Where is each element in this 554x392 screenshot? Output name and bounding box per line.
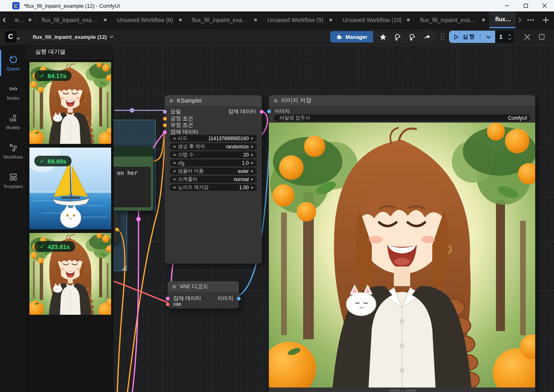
output-latent[interactable]: 잠재 데이터	[228, 108, 264, 115]
close-button[interactable]	[535, 0, 554, 11]
conditioning-slot-dot[interactable]	[163, 123, 167, 127]
unsaved-dot-icon[interactable]	[104, 18, 107, 21]
widget-filename-prefix[interactable]: 파일명 접두사 ComfyUI	[274, 114, 530, 121]
sidebar-item-templates[interactable]: Templates	[0, 166, 26, 195]
tab-flux-fill-inpaint-3[interactable]: flux_fill_inpaint_exam...	[414, 11, 489, 28]
unsaved-dot-icon[interactable]	[29, 18, 31, 21]
input-image[interactable]: 이미지	[267, 108, 290, 115]
vae-decode-node[interactable]: VAE 디코드 잠재 데이터 vae 이미지	[168, 281, 239, 309]
toolbar-drag-handle[interactable]	[441, 34, 445, 40]
tab-flux-fill-inpaint-2[interactable]: flux_fill_inpaint_exam...	[186, 11, 261, 28]
decrement-icon[interactable]: ◀	[173, 137, 175, 140]
decrement-icon[interactable]: ◀	[173, 161, 175, 165]
minimize-button[interactable]	[498, 0, 516, 11]
input-model[interactable]: 모델	[163, 108, 181, 115]
decrement-icon[interactable]: ◀	[173, 145, 175, 148]
conditioning-slot-dot[interactable]	[163, 117, 167, 121]
run-button[interactable]: 실행	[449, 31, 495, 43]
queue-panel-title: 실행 대기열	[26, 45, 113, 59]
increment-icon[interactable]: ▶	[251, 137, 254, 140]
save-image-header[interactable]: 이미지 저장	[269, 95, 535, 106]
latent-slot-dot[interactable]	[166, 297, 170, 300]
widget-steps[interactable]: ◀ 스텝 수 20 ▶	[170, 151, 257, 158]
decrement-icon[interactable]: ◀	[173, 170, 175, 173]
widget-control-after-generate[interactable]: ◀ 생성 후 제어 randomize ▶	[170, 143, 257, 150]
input-vae[interactable]: vae	[166, 301, 181, 307]
vae-slot-dot[interactable]	[166, 302, 170, 306]
maximize-button[interactable]	[516, 0, 535, 11]
stop-square-icon[interactable]	[534, 31, 549, 43]
generated-image-preview[interactable]	[269, 123, 535, 388]
widget-sampler-name[interactable]: ◀ 샘플러 이름 euler ▶	[170, 168, 257, 175]
star-icon[interactable]	[375, 31, 390, 43]
duration-badge: ✓ 423.81s	[34, 241, 75, 252]
save-image-node[interactable]: 이미지 저장 이미지 파일명 접두사 ComfyUI 1024 x 1024	[269, 95, 535, 392]
batch-count-stepper[interactable]: 1	[495, 31, 514, 43]
image-slot-dot[interactable]	[237, 297, 241, 300]
increment-icon[interactable]: ▶	[251, 186, 254, 189]
latent-slot-dot[interactable]	[163, 130, 167, 134]
unsaved-dot-icon[interactable]	[329, 18, 332, 21]
sidebar-item-models[interactable]: Models	[0, 107, 26, 137]
group-resize-handle[interactable]	[121, 265, 126, 270]
tab-scroll-left-icon[interactable]	[0, 11, 9, 28]
decrement-icon[interactable]: ◀	[173, 153, 175, 157]
run-options-chevron-icon[interactable]	[486, 34, 491, 40]
sidebar-item-queue[interactable]: Queue	[0, 48, 26, 78]
tab-overflow-menu-icon[interactable]	[524, 11, 538, 28]
share-arrow-icon[interactable]	[420, 31, 434, 43]
widget-denoise[interactable]: ◀ 노이즈 제거양 1.00 ▶	[170, 184, 257, 191]
collapse-dot-icon[interactable]	[170, 99, 173, 103]
vae-decode-header[interactable]: VAE 디코드	[168, 281, 239, 292]
collapse-dot-icon[interactable]	[274, 99, 277, 103]
tab-unsaved-workflow-10[interactable]: Unsaved Workflow (10)	[337, 11, 414, 28]
toolbar-icon-strip	[373, 31, 437, 43]
workflow-name-menu[interactable]: flux_fill_inpaint_example (12)	[33, 34, 114, 40]
bell-dot-icon[interactable]	[405, 31, 420, 43]
increment-icon[interactable]: ▶	[251, 153, 254, 157]
increment-icon[interactable]: ▶	[251, 170, 254, 173]
output-image[interactable]: 이미지	[217, 295, 241, 302]
ksampler-node[interactable]: KSampler 모델 긍정 조건 부정 조건 잠재 데이터 잠재 데이터 ◀ …	[165, 95, 262, 264]
tab-workflow-7[interactable]: w (7)	[9, 11, 36, 28]
increment-icon[interactable]: ▶	[251, 145, 254, 148]
unsaved-dot-icon[interactable]	[482, 18, 485, 21]
unsaved-dot-icon[interactable]	[179, 18, 182, 21]
ksampler-header[interactable]: KSampler	[165, 95, 262, 106]
model-slot-dot[interactable]	[163, 110, 167, 114]
manager-button[interactable]: Manager	[330, 31, 373, 43]
decrement-icon[interactable]: ◀	[173, 178, 175, 181]
sidebar-item-nodes[interactable]: Nodes	[0, 78, 26, 107]
increment-icon[interactable]: ▶	[251, 161, 254, 165]
image-slot-dot[interactable]	[267, 110, 271, 113]
tab-unsaved-workflow-9[interactable]: Unsaved Workflow (9)	[261, 11, 337, 28]
input-negative[interactable]: 부정 조건	[163, 121, 193, 129]
tab-scroll-right-icon[interactable]	[516, 11, 524, 28]
logo-chevron-down-icon[interactable]	[16, 35, 20, 39]
queue-item-3[interactable]: ✓ 423.81s	[29, 233, 111, 315]
tab-flux-fil-active[interactable]: flux_fil	[489, 11, 516, 28]
interrupt-x-icon[interactable]	[520, 31, 534, 43]
conditioning-slot-dot[interactable]	[115, 228, 119, 231]
bell-icon[interactable]	[390, 31, 405, 43]
main-toolbar: C flux_fill_inpaint_example (12) Manager	[0, 29, 554, 45]
window-title: *flux_fill_inpaint_example (12) - ComfyU…	[24, 3, 120, 9]
queue-item-1[interactable]: ✓ 84.17s	[29, 62, 111, 144]
widget-scheduler[interactable]: ◀ 스케줄러 normal ▶	[170, 176, 257, 183]
widget-cfg[interactable]: ◀ cfg 1.0 ▶	[170, 159, 257, 166]
latent-slot-dot[interactable]	[260, 110, 264, 114]
new-tab-plus-icon[interactable]	[538, 11, 554, 28]
tab-unsaved-workflow-8[interactable]: Unsaved Workflow (8)	[111, 11, 186, 28]
stepper-arrows[interactable]	[508, 34, 512, 40]
unsaved-dot-icon[interactable]	[254, 18, 257, 21]
widget-seed[interactable]: ◀ 시드 114137899565160 ▶	[170, 135, 257, 142]
templates-layout-icon	[9, 172, 18, 182]
sidebar-item-workflows[interactable]: Workflows	[0, 137, 26, 166]
decrement-icon[interactable]: ◀	[173, 186, 175, 189]
tab-flux-fill-inpaint-1[interactable]: flux_fill_inpaint_exam...	[36, 11, 111, 28]
queue-item-2[interactable]: ✓ 69.85s	[29, 148, 111, 229]
unsaved-dot-icon[interactable]	[407, 18, 410, 21]
comfyui-menu-logo-icon[interactable]: C	[5, 31, 16, 43]
collapse-dot-icon[interactable]	[172, 285, 176, 289]
increment-icon[interactable]: ▶	[251, 178, 254, 181]
